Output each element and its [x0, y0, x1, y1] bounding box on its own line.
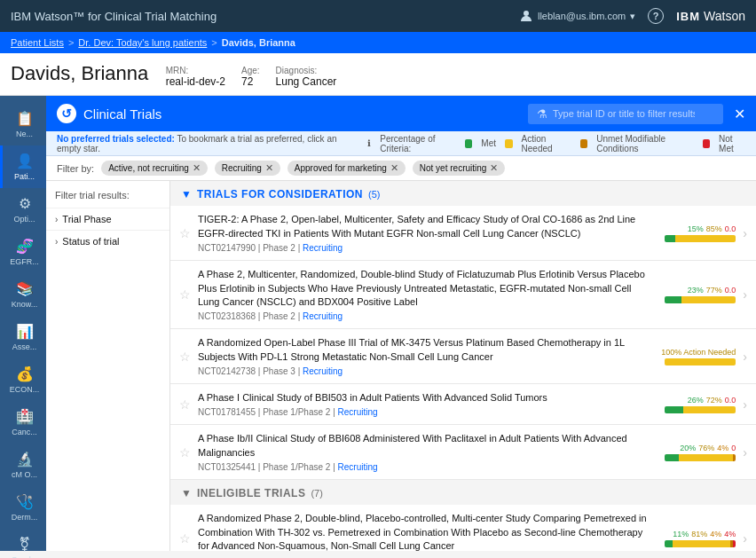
ineligible-toggle-icon[interactable]: ▼: [181, 487, 192, 499]
filter-tag-approved-remove[interactable]: ✕: [390, 162, 398, 174]
patient-header: Davids, Brianna MRN: real-id-dev-2 Age: …: [0, 53, 756, 96]
sidebar-item-derm[interactable]: 🩺Derm...: [0, 486, 46, 529]
trial-5-phase: Phase 1/Phase 2: [263, 462, 330, 472]
trial-3-bar: [665, 358, 736, 365]
filter-tag-notyet[interactable]: Not yet recruiting ✕: [413, 161, 506, 176]
trial-5-chevron-icon[interactable]: ›: [743, 445, 747, 460]
trial-item-2[interactable]: ☆ A Phase 2, Multicenter, Randomized, Do…: [170, 261, 756, 329]
ineligible-trial-1-unmet-pct: 4%: [710, 530, 721, 538]
sidebar-ne-icon: 📋: [16, 110, 34, 127]
breadcrumb-part-2[interactable]: Dr. Dev: Today's lung patients: [78, 37, 207, 48]
ineligible-trial-1-star-icon[interactable]: ☆: [179, 531, 191, 546]
ct-search-input[interactable]: [553, 108, 695, 119]
sidebar-item-econ[interactable]: 💰ECON...: [0, 358, 46, 401]
legend-bar: No preferred trials selected: To bookmar…: [46, 131, 756, 156]
trial-4-meta: NCT01781455 | Phase 1/Phase 2 | Recruiti…: [198, 407, 649, 417]
ibm-watson-logo: IBM Watson: [676, 9, 745, 23]
filter-status-arrow-icon: ›: [55, 237, 58, 247]
trial-5-star-icon[interactable]: ☆: [179, 445, 191, 460]
trial-1-bar: [665, 235, 736, 242]
patient-diagnosis: Diagnosis: Lung Cancer: [276, 66, 337, 88]
trial-item-5[interactable]: ☆ A Phase Ib/II Clinical Study of BBI608…: [170, 425, 756, 480]
sidebar-item-know[interactable]: 📚Know...: [0, 273, 46, 316]
trial-item-3[interactable]: ☆ A Randomized Open-Label Phase III Tria…: [170, 329, 756, 384]
trials-for-consideration-header: ▼ TRIALS FOR CONSIDERATION (5): [170, 181, 756, 206]
ct-back-button[interactable]: ↺: [57, 104, 76, 123]
ineligible-title: INELIGIBLE TRIALS: [197, 487, 306, 499]
filter-tag-recruiting-remove[interactable]: ✕: [265, 162, 273, 174]
trial-1-nct: NCT02147990: [198, 243, 256, 253]
trial-3-chevron-icon[interactable]: ›: [743, 350, 747, 364]
trial-4-star-icon[interactable]: ☆: [179, 397, 191, 412]
legend-percentage-label: Percentage of Criteria:: [380, 134, 456, 153]
trial-2-action-pct: 77%: [706, 286, 722, 295]
sidebar-item-gend[interactable]: ⚧Gend...: [0, 529, 46, 558]
ineligible-trial-item-1[interactable]: ☆ A Randomized Phase 2, Double-blind, Pl…: [170, 505, 756, 551]
trial-4-notmet-pct: 0.0: [725, 396, 736, 405]
trial-2-star-icon[interactable]: ☆: [179, 287, 191, 302]
trial-1-bar-met: [665, 235, 675, 242]
filter-tag-active[interactable]: Active, not recruiting ✕: [101, 161, 208, 176]
filter-group-status-header[interactable]: › Status of trial: [55, 236, 161, 247]
trial-5-bar-action: [679, 454, 733, 461]
trial-1-bar-labels: 15% 85% 0.0: [688, 224, 736, 233]
trial-1-star-icon[interactable]: ☆: [179, 226, 191, 240]
filter-tag-active-label: Active, not recruiting: [108, 163, 189, 173]
trial-1-chevron-icon[interactable]: ›: [743, 226, 747, 240]
filter-phase-label: Trial Phase: [62, 214, 111, 224]
sidebar-item-canc[interactable]: 🏥Canc...: [0, 401, 46, 444]
filter-sidebar: Filter trial results: › Trial Phase › St…: [46, 181, 170, 551]
trial-item-1[interactable]: ☆ TIGER-2: A Phase 2, Open-label, Multic…: [170, 206, 756, 261]
sidebar-canc-label: Canc...: [12, 428, 37, 436]
trial-5-meta: NCT01325441 | Phase 1/Phase 2 | Recruiti…: [198, 462, 649, 472]
filter-tag-approved[interactable]: Approved for marketing ✕: [287, 161, 406, 176]
trial-5-status: Recruiting: [338, 462, 378, 472]
trial-5-content: A Phase Ib/II Clinical Study of BBI608 A…: [198, 432, 649, 472]
trial-5-bar-met: [665, 454, 679, 461]
trial-4-action-pct: 72%: [706, 396, 722, 405]
sidebar-item-egfr[interactable]: 🧬EGFR...: [0, 231, 46, 273]
sidebar-know-label: Know...: [12, 300, 38, 309]
sidebar-item-opti[interactable]: ⚙Opti...: [0, 188, 46, 231]
filter-group-phase-header[interactable]: › Trial Phase: [55, 214, 161, 224]
filter-tag-notyet-label: Not yet recruiting: [420, 163, 487, 173]
trial-4-chevron-icon[interactable]: ›: [743, 397, 747, 412]
legend-unmet-mod-dot: [580, 139, 588, 148]
trial-5-unmet-pct: 4%: [717, 444, 728, 452]
ineligible-trial-1-chevron-icon[interactable]: ›: [743, 531, 747, 546]
consideration-toggle-icon[interactable]: ▼: [181, 188, 192, 200]
trial-4-nct: NCT01781455: [198, 407, 256, 417]
filter-tag-notyet-remove[interactable]: ✕: [490, 162, 498, 174]
breadcrumb-part-1[interactable]: Patient Lists: [11, 37, 64, 48]
ineligible-trial-1-bar-action: [673, 540, 730, 547]
sidebar-canc-icon: 🏥: [16, 408, 34, 425]
ineligible-trial-1-action-pct: 81%: [691, 530, 707, 538]
watson-logo-text: Watson: [704, 9, 745, 23]
trial-2-chevron-icon[interactable]: ›: [743, 287, 747, 302]
trial-4-bar-met: [665, 406, 683, 413]
ct-search-area: ⚗: [528, 104, 723, 124]
trial-5-bar-labels: 20% 76% 4% 0: [680, 444, 736, 452]
trial-3-bar-labels: 100% Action Needed: [661, 348, 736, 357]
sidebar-item-asse[interactable]: 📊Asse...: [0, 316, 46, 358]
trial-2-notmet-pct: 0.0: [725, 286, 736, 295]
trial-item-4[interactable]: ☆ A Phase I Clinical Study of BBI503 in …: [170, 384, 756, 425]
ineligible-trial-1-bar-met: [665, 540, 673, 547]
filter-tag-active-remove[interactable]: ✕: [193, 162, 201, 174]
trials-list: ▼ TRIALS FOR CONSIDERATION (5) ☆ TIGER-2…: [170, 181, 756, 551]
svg-point-0: [524, 11, 529, 16]
trial-1-phase: Phase 2: [263, 243, 295, 253]
sidebar-item-cm[interactable]: 🔬cM O...: [0, 444, 46, 486]
breadcrumb: Patient Lists > Dr. Dev: Today's lung pa…: [0, 32, 756, 53]
breadcrumb-current: Davids, Brianna: [222, 37, 295, 48]
ct-close-button[interactable]: ✕: [734, 106, 745, 122]
modal-panel: ↺ Clinical Trials ⚗ ✕ No preferred trial…: [46, 96, 756, 551]
help-button[interactable]: ?: [648, 8, 664, 24]
sidebar-item-ne[interactable]: 📋Ne...: [0, 103, 46, 145]
user-menu[interactable]: lleblan@us.ibm.com ▾: [519, 9, 635, 23]
trial-3-star-icon[interactable]: ☆: [179, 350, 191, 364]
filter-sidebar-title: Filter trial results:: [46, 190, 169, 208]
sidebar-opti-label: Opti...: [13, 215, 35, 224]
sidebar-item-pati[interactable]: 👤Pati...: [0, 145, 46, 188]
filter-tag-recruiting[interactable]: Recruiting ✕: [215, 161, 280, 176]
